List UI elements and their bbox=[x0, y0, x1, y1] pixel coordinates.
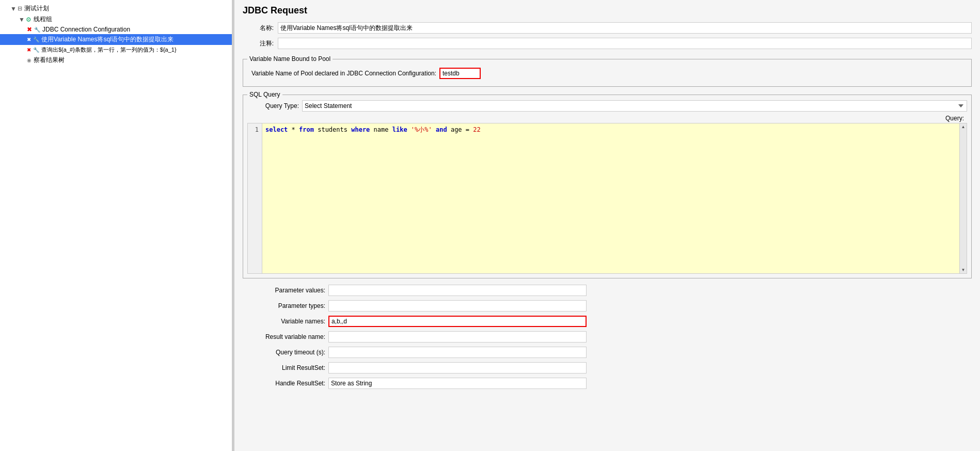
query-label-text: Query: bbox=[945, 115, 964, 122]
tree-item-label: 线程组 bbox=[34, 15, 52, 24]
query-label: Query: bbox=[247, 115, 967, 122]
variable-names-label: Variable names: bbox=[243, 318, 325, 325]
right-panel: JDBC Request 名称: 注释: Variable Name Bound… bbox=[234, 0, 980, 451]
limit-resultset-row: Limit ResultSet: bbox=[243, 360, 972, 376]
tree-item-query-result[interactable]: ✖ 🔧 查询出${a_#}条数据，第一行，第一列的值为：${a_1} bbox=[0, 45, 232, 55]
expand-icon: ▼ bbox=[10, 5, 17, 12]
page-title: JDBC Request bbox=[234, 0, 980, 20]
handle-resultset-row: Handle ResultSet: bbox=[243, 376, 972, 391]
vn-pool-label: Variable Name of Pool declared in JDBC C… bbox=[251, 70, 436, 77]
tree-item-label: 测试计划 bbox=[24, 4, 49, 13]
query-type-select[interactable]: Select Statement Update Statement Callab… bbox=[302, 100, 967, 112]
param-types-label: Parameter types: bbox=[243, 302, 325, 309]
query-type-label: Query Type: bbox=[247, 102, 299, 110]
query-scrollbar[interactable]: ▲ ▼ bbox=[959, 123, 967, 273]
query-timeout-label: Query timeout (s): bbox=[243, 349, 325, 356]
variable-names-row: Variable names: bbox=[243, 314, 972, 329]
result-variable-input[interactable] bbox=[328, 331, 587, 343]
limit-resultset-label: Limit ResultSet: bbox=[243, 364, 325, 371]
vn-pool-input[interactable] bbox=[439, 68, 481, 79]
result-tree-icon: ◉ bbox=[27, 57, 31, 63]
param-values-row: Parameter values: bbox=[243, 283, 972, 298]
query-result-icon: ✖ bbox=[27, 47, 31, 53]
test-plan-icon: ⊟ bbox=[18, 5, 22, 12]
thread-group-icon: ⚙ bbox=[26, 16, 31, 23]
query-editor-container: 1 select * from students where name like… bbox=[247, 123, 967, 274]
name-input[interactable] bbox=[278, 22, 972, 34]
vn-pool-row: Variable Name of Pool declared in JDBC C… bbox=[247, 65, 967, 82]
jdbc-conn-sub-icon: 🔧 bbox=[34, 27, 40, 33]
jdbc-req-icon: ✖ bbox=[27, 37, 31, 42]
result-variable-row: Result variable name: bbox=[243, 329, 972, 345]
name-row: 名称: bbox=[234, 20, 980, 36]
comment-label: 注释: bbox=[243, 39, 274, 48]
comment-input[interactable] bbox=[278, 38, 972, 49]
param-types-input[interactable] bbox=[328, 300, 587, 312]
scroll-down-arrow[interactable]: ▼ bbox=[960, 267, 967, 273]
query-timeout-input[interactable] bbox=[328, 347, 587, 358]
jdbc-req-sub-icon: 🔧 bbox=[33, 37, 39, 42]
vn-pool-section: Variable Name Bound to Pool Variable Nam… bbox=[243, 55, 972, 87]
query-type-row: Query Type: Select Statement Update Stat… bbox=[247, 100, 967, 112]
variable-names-input[interactable] bbox=[328, 316, 587, 327]
handle-resultset-label: Handle ResultSet: bbox=[243, 380, 325, 387]
left-panel: ▼ ⊟ 测试计划 ▼ ⚙ 线程组 ✖ 🔧 JDBC Connection Con… bbox=[0, 0, 232, 451]
param-types-row: Parameter types: bbox=[243, 298, 972, 314]
tree-item-thread-group[interactable]: ▼ ⚙ 线程组 bbox=[0, 14, 232, 25]
query-timeout-row: Query timeout (s): bbox=[243, 345, 972, 360]
result-variable-label: Result variable name: bbox=[243, 333, 325, 340]
query-editor[interactable]: select * from students where name like '… bbox=[262, 123, 959, 273]
param-values-input[interactable] bbox=[328, 285, 587, 296]
limit-resultset-input[interactable] bbox=[328, 362, 587, 374]
tree-item-result-tree[interactable]: ◉ 察看结果树 bbox=[0, 55, 232, 66]
name-label: 名称: bbox=[243, 24, 274, 33]
tree-item-test-plan[interactable]: ▼ ⊟ 测试计划 bbox=[0, 3, 232, 14]
tree-item-jdbc-request[interactable]: ✖ 🔧 使用Variable Names将sql语句中的数据提取出来 bbox=[0, 34, 232, 45]
tree-item-label: 使用Variable Names将sql语句中的数据提取出来 bbox=[41, 35, 173, 44]
line-numbers: 1 bbox=[248, 123, 262, 273]
params-section: Parameter values: Parameter types: Varia… bbox=[243, 283, 972, 391]
tree-item-label: 察看结果树 bbox=[34, 56, 65, 65]
tree-item-label: JDBC Connection Configuration bbox=[42, 26, 130, 33]
tree-item-label: 查询出${a_#}条数据，第一行，第一列的值为：${a_1} bbox=[41, 46, 177, 54]
sql-query-section: SQL Query Query Type: Select Statement U… bbox=[243, 91, 972, 278]
sql-legend: SQL Query bbox=[247, 91, 282, 98]
tree-item-jdbc-connection[interactable]: ✖ 🔧 JDBC Connection Configuration bbox=[0, 25, 232, 34]
comment-row: 注释: bbox=[234, 36, 980, 51]
expand-icon-thread: ▼ bbox=[19, 16, 25, 23]
param-values-label: Parameter values: bbox=[243, 287, 325, 294]
query-result-sub-icon: 🔧 bbox=[33, 47, 39, 53]
handle-resultset-input[interactable] bbox=[328, 378, 587, 389]
vn-pool-legend: Variable Name Bound to Pool bbox=[247, 55, 333, 63]
jdbc-conn-icon: ✖ bbox=[27, 26, 32, 33]
scroll-up-arrow[interactable]: ▲ bbox=[960, 123, 967, 130]
